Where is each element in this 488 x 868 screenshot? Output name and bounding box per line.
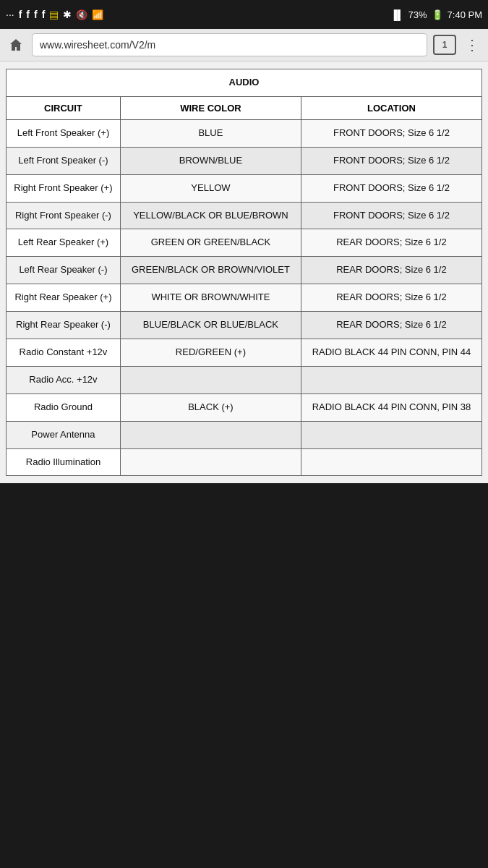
clock: 7:40 PM xyxy=(448,9,482,20)
table-row: Left Front Speaker (-)BROWN/BLUEFRONT DO… xyxy=(7,147,482,174)
circuit-cell: Radio Ground xyxy=(7,393,121,421)
wire-color-header: WIRE COLOR xyxy=(120,96,301,119)
location-cell xyxy=(301,448,481,476)
wire-color-cell: RED/GREEN (+) xyxy=(120,339,301,367)
mute-icon: 🔇 xyxy=(76,9,87,20)
wire-color-cell: GREEN/BLACK OR BROWN/VIOLET xyxy=(120,257,301,284)
location-cell: REAR DOORS; Size 6 1/2 xyxy=(301,229,481,257)
circuit-cell: Left Rear Speaker (-) xyxy=(7,257,121,284)
circuit-cell: Left Rear Speaker (+) xyxy=(7,229,121,257)
table-row: Right Front Speaker (-)YELLOW/BLACK OR B… xyxy=(7,202,482,229)
wire-color-cell: BROWN/BLUE xyxy=(120,147,301,174)
bluetooth-icon: ✱ xyxy=(63,9,72,20)
table-row: Left Rear Speaker (+)GREEN OR GREEN/BLAC… xyxy=(7,229,482,257)
circuit-cell: Right Front Speaker (-) xyxy=(7,202,121,229)
circuit-cell: Radio Illumination xyxy=(7,448,121,476)
table-row: Right Rear Speaker (+)WHITE OR BROWN/WHI… xyxy=(7,284,482,312)
facebook-icon-4: f xyxy=(42,9,46,20)
facebook-icon-1: f xyxy=(19,9,22,20)
wire-color-cell xyxy=(120,421,301,448)
location-cell: FRONT DOORS; Size 6 1/2 xyxy=(301,147,481,174)
location-cell xyxy=(301,421,481,448)
table-row: Radio Acc. +12v xyxy=(7,366,482,393)
location-header: LOCATION xyxy=(301,96,481,119)
wire-color-cell xyxy=(120,448,301,476)
battery-icon: 🔋 xyxy=(432,9,443,20)
wire-color-cell: YELLOW xyxy=(120,174,301,202)
status-bar-right: ▐▌ 73% 🔋 7:40 PM xyxy=(390,9,482,20)
table-row: Radio GroundBLACK (+)RADIO BLACK 44 PIN … xyxy=(7,393,482,421)
table-row: Radio Constant +12vRED/GREEN (+)RADIO BL… xyxy=(7,339,482,367)
browser-menu-button[interactable]: ⋮ xyxy=(462,36,482,54)
location-cell: RADIO BLACK 44 PIN CONN, PIN 44 xyxy=(301,339,481,367)
notification-dots-icon: ··· xyxy=(6,9,14,20)
location-cell: FRONT DOORS; Size 6 1/2 xyxy=(301,174,481,202)
home-button[interactable] xyxy=(6,35,26,55)
circuit-cell: Left Front Speaker (+) xyxy=(7,119,121,147)
facebook-icon-3: f xyxy=(34,9,38,20)
table-title: AUDIO xyxy=(7,69,482,97)
wifi-icon: 📶 xyxy=(92,9,103,20)
wire-color-cell: GREEN OR GREEN/BLACK xyxy=(120,229,301,257)
audio-wiring-table: AUDIO CIRCUIT WIRE COLOR LOCATION Left F… xyxy=(6,69,482,476)
tab-count: 1 xyxy=(442,40,448,50)
location-cell: REAR DOORS; Size 6 1/2 xyxy=(301,257,481,284)
circuit-cell: Power Antenna xyxy=(7,421,121,448)
tab-count-button[interactable]: 1 xyxy=(433,35,456,55)
clipboard-icon: ▤ xyxy=(49,9,59,20)
status-bar-left: ··· f f f f ▤ ✱ 🔇 📶 xyxy=(6,9,103,20)
table-row: Left Rear Speaker (-)GREEN/BLACK OR BROW… xyxy=(7,257,482,284)
table-row: Left Front Speaker (+)BLUEFRONT DOORS; S… xyxy=(7,119,482,147)
facebook-icon-2: f xyxy=(26,9,30,20)
location-cell xyxy=(301,366,481,393)
circuit-cell: Right Rear Speaker (-) xyxy=(7,312,121,339)
table-row: Right Rear Speaker (-)BLUE/BLACK OR BLUE… xyxy=(7,312,482,339)
circuit-cell: Radio Constant +12v xyxy=(7,339,121,367)
table-row: Right Front Speaker (+)YELLOWFRONT DOORS… xyxy=(7,174,482,202)
wire-color-cell xyxy=(120,366,301,393)
address-bar[interactable]: www.wiresheet.com/V2/m xyxy=(32,33,427,56)
wire-color-cell: WHITE OR BROWN/WHITE xyxy=(120,284,301,312)
wire-color-cell: BLACK (+) xyxy=(120,393,301,421)
location-cell: REAR DOORS; Size 6 1/2 xyxy=(301,284,481,312)
circuit-cell: Right Front Speaker (+) xyxy=(7,174,121,202)
location-cell: FRONT DOORS; Size 6 1/2 xyxy=(301,202,481,229)
battery-level: 73% xyxy=(408,9,427,20)
wire-color-cell: BLUE xyxy=(120,119,301,147)
status-bar: ··· f f f f ▤ ✱ 🔇 📶 ▐▌ 73% 🔋 7:40 PM xyxy=(0,0,488,29)
table-row: Power Antenna xyxy=(7,421,482,448)
browser-chrome: www.wiresheet.com/V2/m 1 ⋮ xyxy=(0,29,488,61)
wire-color-cell: YELLOW/BLACK OR BLUE/BROWN xyxy=(120,202,301,229)
circuit-cell: Right Rear Speaker (+) xyxy=(7,284,121,312)
signal-icon: ▐▌ xyxy=(390,9,403,20)
location-cell: RADIO BLACK 44 PIN CONN, PIN 38 xyxy=(301,393,481,421)
circuit-cell: Radio Acc. +12v xyxy=(7,366,121,393)
location-cell: REAR DOORS; Size 6 1/2 xyxy=(301,312,481,339)
main-content: AUDIO CIRCUIT WIRE COLOR LOCATION Left F… xyxy=(0,61,488,483)
circuit-header: CIRCUIT xyxy=(7,96,121,119)
circuit-cell: Left Front Speaker (-) xyxy=(7,147,121,174)
url-text: www.wiresheet.com/V2/m xyxy=(40,39,155,51)
wire-color-cell: BLUE/BLACK OR BLUE/BLACK xyxy=(120,312,301,339)
table-row: Radio Illumination xyxy=(7,448,482,476)
location-cell: FRONT DOORS; Size 6 1/2 xyxy=(301,119,481,147)
